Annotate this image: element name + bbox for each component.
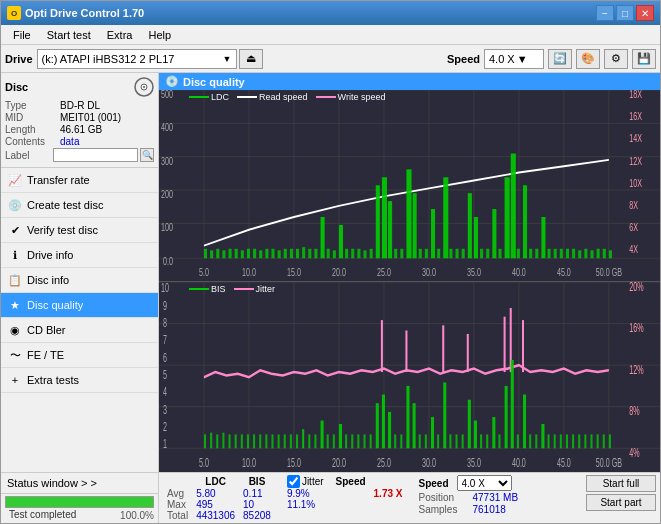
nav-cd-bler[interactable]: ◉ CD Bler bbox=[1, 318, 158, 343]
svg-rect-37 bbox=[222, 250, 225, 258]
svg-rect-75 bbox=[456, 249, 459, 259]
bis-legend-label: BIS bbox=[211, 284, 226, 294]
save-button[interactable]: 💾 bbox=[632, 49, 656, 69]
svg-rect-70 bbox=[425, 249, 428, 259]
speed-select[interactable]: 4.0 X bbox=[457, 475, 512, 491]
start-full-button[interactable]: Start full bbox=[586, 475, 656, 492]
svg-rect-207 bbox=[560, 434, 562, 448]
svg-text:5.0: 5.0 bbox=[199, 456, 209, 469]
svg-rect-193 bbox=[474, 420, 477, 448]
status-window-button[interactable]: Status window > > bbox=[1, 473, 158, 494]
svg-rect-186 bbox=[431, 417, 434, 448]
stats-bar: LDC BIS Jitter Speed A bbox=[159, 472, 660, 523]
nav-create-test-disc[interactable]: 💿 Create test disc bbox=[1, 193, 158, 218]
svg-rect-170 bbox=[333, 434, 335, 448]
position-label: Position bbox=[418, 492, 468, 503]
nav-drive-info-label: Drive info bbox=[27, 249, 73, 261]
svg-rect-53 bbox=[321, 217, 325, 258]
svg-rect-161 bbox=[278, 434, 280, 448]
avg-label: Avg bbox=[163, 488, 192, 499]
svg-text:16X: 16X bbox=[629, 111, 642, 123]
settings-button[interactable]: ⚙ bbox=[604, 49, 628, 69]
svg-rect-155 bbox=[241, 434, 243, 448]
menu-help[interactable]: Help bbox=[140, 27, 179, 43]
read-speed-legend-label: Read speed bbox=[259, 92, 308, 102]
svg-rect-51 bbox=[308, 249, 311, 259]
svg-text:30.0: 30.0 bbox=[422, 456, 436, 469]
svg-rect-190 bbox=[456, 434, 458, 448]
disc-length-label: Length bbox=[5, 124, 60, 135]
menu-file[interactable]: File bbox=[5, 27, 39, 43]
color-button[interactable]: 🎨 bbox=[576, 49, 600, 69]
max-jitter: 11.1% bbox=[283, 499, 370, 510]
disc-icon bbox=[134, 77, 154, 97]
bis-header: BIS bbox=[239, 475, 275, 488]
svg-rect-40 bbox=[241, 250, 244, 258]
svg-rect-177 bbox=[376, 403, 379, 448]
svg-rect-173 bbox=[351, 434, 353, 448]
refresh-button[interactable]: 🔄 bbox=[548, 49, 572, 69]
svg-rect-58 bbox=[351, 249, 354, 259]
svg-rect-160 bbox=[271, 434, 273, 448]
svg-rect-87 bbox=[529, 249, 532, 259]
speed-header: Speed bbox=[336, 476, 366, 487]
jitter-legend-dot bbox=[234, 288, 254, 290]
svg-text:100: 100 bbox=[161, 222, 173, 234]
verify-test-disc-icon: ✔ bbox=[7, 222, 23, 238]
avg-jitter: 9.9% bbox=[283, 488, 370, 499]
svg-rect-84 bbox=[511, 154, 516, 259]
nav-verify-test-disc[interactable]: ✔ Verify test disc bbox=[1, 218, 158, 243]
menu-start-test[interactable]: Start test bbox=[39, 27, 99, 43]
speed-combo[interactable]: 4.0 X ▼ bbox=[484, 49, 544, 69]
svg-rect-76 bbox=[462, 249, 465, 259]
disc-type-label: Type bbox=[5, 100, 60, 111]
nav-fe-te[interactable]: 〜 FE / TE bbox=[1, 343, 158, 368]
svg-rect-164 bbox=[296, 434, 298, 448]
disc-label-button[interactable]: 🔍 bbox=[140, 148, 154, 162]
svg-text:20%: 20% bbox=[629, 282, 643, 293]
jitter-checkbox[interactable] bbox=[287, 475, 300, 488]
status-window-label: Status window > > bbox=[7, 477, 97, 489]
disc-label-label: Label bbox=[5, 150, 51, 161]
nav-drive-info[interactable]: ℹ Drive info bbox=[1, 243, 158, 268]
nav-transfer-rate[interactable]: 📈 Transfer rate bbox=[1, 168, 158, 193]
svg-rect-195 bbox=[486, 434, 488, 448]
nav-disc-info[interactable]: 📋 Disc info bbox=[1, 268, 158, 293]
svg-rect-176 bbox=[370, 434, 372, 448]
svg-rect-200 bbox=[517, 434, 519, 448]
maximize-button[interactable]: □ bbox=[616, 5, 634, 21]
close-button[interactable]: ✕ bbox=[636, 5, 654, 21]
svg-text:4%: 4% bbox=[629, 445, 639, 458]
chart-bottom-legend: BIS Jitter bbox=[189, 284, 275, 294]
disc-contents-label: Contents bbox=[5, 136, 60, 147]
max-ldc: 495 bbox=[192, 499, 239, 510]
app-icon: O bbox=[7, 6, 21, 20]
eject-button[interactable]: ⏏ bbox=[239, 49, 263, 69]
disc-label-input[interactable] bbox=[53, 148, 138, 162]
read-speed-legend-dot bbox=[237, 96, 257, 98]
svg-text:15.0: 15.0 bbox=[287, 456, 301, 469]
avg-ldc: 5.80 bbox=[192, 488, 239, 499]
svg-text:45.0: 45.0 bbox=[557, 456, 571, 469]
drive-combo[interactable]: (k:) ATAPI iHBS312 2 PL17 ▼ bbox=[37, 49, 237, 69]
cd-bler-icon: ◉ bbox=[7, 322, 23, 338]
nav-extra-tests[interactable]: + Extra tests bbox=[1, 368, 158, 393]
disc-contents-value[interactable]: data bbox=[60, 136, 79, 147]
svg-text:35.0: 35.0 bbox=[467, 456, 481, 469]
start-part-button[interactable]: Start part bbox=[586, 494, 656, 511]
position-value: 47731 MB bbox=[472, 492, 518, 503]
svg-rect-158 bbox=[259, 434, 261, 448]
nav-disc-quality[interactable]: ★ Disc quality bbox=[1, 293, 158, 318]
svg-rect-178 bbox=[382, 394, 385, 448]
disc-mid-row: MID MEIT01 (001) bbox=[5, 112, 154, 123]
nav-cd-bler-label: CD Bler bbox=[27, 324, 66, 336]
svg-rect-191 bbox=[462, 434, 464, 448]
minimize-button[interactable]: − bbox=[596, 5, 614, 21]
svg-rect-192 bbox=[468, 399, 471, 447]
nav-disc-info-label: Disc info bbox=[27, 274, 69, 286]
svg-rect-45 bbox=[271, 249, 274, 259]
svg-rect-60 bbox=[363, 250, 366, 258]
svg-rect-47 bbox=[284, 249, 287, 259]
svg-rect-204 bbox=[541, 424, 544, 448]
menu-extra[interactable]: Extra bbox=[99, 27, 141, 43]
